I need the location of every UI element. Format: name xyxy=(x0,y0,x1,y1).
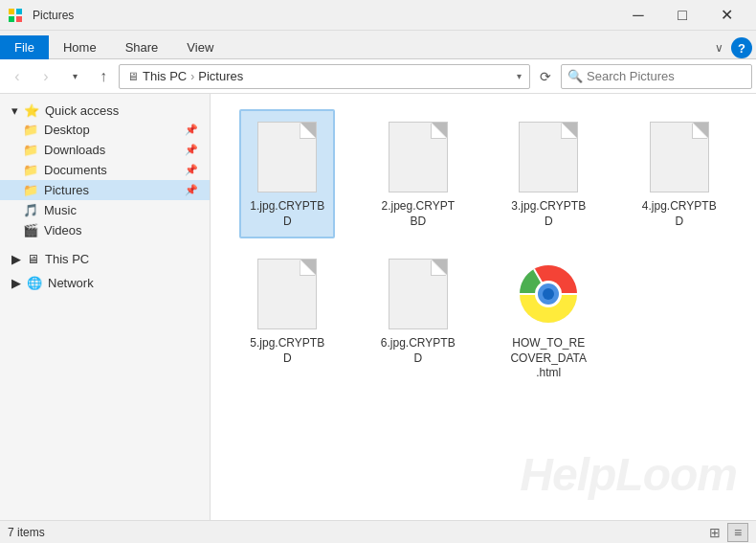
search-box[interactable]: 🔍 xyxy=(561,64,752,89)
details-view-button[interactable]: ≡ xyxy=(727,523,748,542)
window-controls: ─ □ ✕ xyxy=(616,0,748,31)
ribbon-right: ∨ ? xyxy=(711,37,756,58)
file-icon-wrapper xyxy=(514,256,583,332)
pin-icon: 📌 xyxy=(185,164,198,176)
file-item[interactable]: 6.jpg.CRYPTBD xyxy=(370,246,466,391)
doc-icon xyxy=(389,259,448,329)
svg-rect-1 xyxy=(16,9,22,14)
tab-view[interactable]: View xyxy=(172,35,228,59)
file-name: 1.jpg.CRYPTBD xyxy=(249,199,325,229)
svg-rect-2 xyxy=(9,16,14,22)
breadcrumb-thispc[interactable]: This PC xyxy=(143,69,187,83)
pin-icon: 📌 xyxy=(185,184,198,196)
sidebar-section-thispc[interactable]: ▶ 🖥 This PC xyxy=(0,246,210,268)
address-bar[interactable]: 🖥 This PC › Pictures ▾ xyxy=(119,64,530,89)
forward-button[interactable]: › xyxy=(33,63,59,90)
breadcrumb-pictures[interactable]: Pictures xyxy=(198,69,243,83)
doc-icon xyxy=(519,122,578,192)
app-icon xyxy=(8,8,27,23)
file-name: 3.jpg.CRYPTBD xyxy=(510,199,587,229)
file-name: 4.jpg.CRYPTBD xyxy=(641,199,718,229)
expand-icon: ▶ xyxy=(11,276,21,290)
sidebar-item-downloads[interactable]: 📁 Downloads 📌 xyxy=(0,140,210,160)
view-toggle-buttons: ⊞ ≡ xyxy=(704,523,748,542)
expand-icon: ▾ xyxy=(11,103,18,118)
svg-rect-0 xyxy=(9,9,14,14)
pin-icon: 📌 xyxy=(185,124,198,136)
pictures-folder-icon: 📁 xyxy=(23,183,38,197)
thispc-label: This PC xyxy=(45,252,89,266)
file-icon-wrapper xyxy=(253,256,322,332)
sidebar-section-network[interactable]: ▶ 🌐 Network xyxy=(0,270,210,292)
pin-icon: 📌 xyxy=(185,144,198,156)
expand-icon: ▶ xyxy=(11,252,21,266)
file-item[interactable]: 4.jpg.CRYPTBD xyxy=(632,109,727,238)
doc-icon xyxy=(257,259,317,329)
tab-share[interactable]: Share xyxy=(111,35,173,59)
file-icon-wrapper xyxy=(384,256,453,332)
documents-folder-icon: 📁 xyxy=(23,163,38,177)
svg-point-10 xyxy=(543,288,554,300)
large-icons-view-button[interactable]: ⊞ xyxy=(704,523,725,542)
videos-folder-icon: 🎬 xyxy=(23,223,38,238)
refresh-button[interactable]: ⟳ xyxy=(532,63,559,90)
sidebar-item-videos[interactable]: 🎬 Videos xyxy=(0,220,210,240)
sidebar-item-documents[interactable]: 📁 Documents 📌 xyxy=(0,160,210,180)
maximize-button[interactable]: □ xyxy=(660,0,704,31)
address-dropdown-icon[interactable]: ▾ xyxy=(517,71,522,81)
doc-icon xyxy=(389,122,448,192)
desktop-folder-icon: 📁 xyxy=(23,123,38,137)
up-button[interactable]: ↑ xyxy=(90,63,117,90)
file-icon-wrapper xyxy=(645,119,714,195)
ribbon-collapse-icon[interactable]: ∨ xyxy=(711,39,727,57)
content-area: 1.jpg.CRYPTBD 2.jpeg.CRYPTBD 3.jpg.CRYPT… xyxy=(211,94,756,520)
tab-home[interactable]: Home xyxy=(49,35,111,59)
music-folder-icon: 🎵 xyxy=(23,203,38,217)
window-title: Pictures xyxy=(33,9,616,22)
thispc-icon: 🖥 xyxy=(27,252,39,266)
sidebar-item-music[interactable]: 🎵 Music xyxy=(0,200,210,220)
svg-rect-3 xyxy=(16,16,22,22)
sidebar: ▾ ⭐ Quick access 📁 Desktop 📌 📁 Downloads… xyxy=(0,94,211,520)
file-name: HOW_TO_RECOVER_DATA.html xyxy=(510,336,587,381)
file-icon-wrapper xyxy=(384,119,453,195)
sidebar-item-pictures[interactable]: 📁 Pictures 📌 xyxy=(0,180,210,200)
address-bar-row: ‹ › ▾ ↑ 🖥 This PC › Pictures ▾ ⟳ 🔍 xyxy=(0,59,756,94)
downloads-folder-icon: 📁 xyxy=(23,143,38,157)
back-button[interactable]: ‹ xyxy=(4,63,31,90)
file-icon-wrapper xyxy=(253,119,322,195)
network-label: Network xyxy=(48,276,94,290)
file-item[interactable]: HOW_TO_RECOVER_DATA.html xyxy=(500,246,596,391)
title-bar: Pictures ─ □ ✕ xyxy=(0,0,756,31)
sidebar-section-quickaccess[interactable]: ▾ ⭐ Quick access xyxy=(0,98,210,120)
close-button[interactable]: ✕ xyxy=(704,0,748,31)
file-item[interactable]: 2.jpeg.CRYPTBD xyxy=(370,109,466,238)
file-item[interactable]: 1.jpg.CRYPTBD xyxy=(239,109,335,238)
watermark: HelpLoom xyxy=(520,448,737,501)
chrome-icon xyxy=(518,263,579,325)
sidebar-item-desktop[interactable]: 📁 Desktop 📌 xyxy=(0,120,210,140)
help-button[interactable]: ? xyxy=(731,37,752,58)
quickaccess-label: Quick access xyxy=(45,103,119,118)
search-input[interactable] xyxy=(587,69,747,83)
ribbon-tab-bar: File Home Share View ∨ ? xyxy=(0,31,756,59)
main-layout: ▾ ⭐ Quick access 📁 Desktop 📌 📁 Downloads… xyxy=(0,94,756,520)
search-icon: 🔍 xyxy=(567,69,583,83)
doc-icon xyxy=(257,122,317,192)
file-item[interactable]: 5.jpg.CRYPTBD xyxy=(239,246,335,391)
minimize-button[interactable]: ─ xyxy=(616,0,660,31)
file-item[interactable]: 3.jpg.CRYPTBD xyxy=(500,109,596,238)
file-name: 2.jpeg.CRYPTBD xyxy=(380,199,456,229)
file-icon-wrapper xyxy=(514,119,583,195)
file-name: 6.jpg.CRYPTBD xyxy=(380,336,456,366)
doc-icon xyxy=(650,122,709,192)
item-count: 7 items xyxy=(8,526,45,539)
file-name: 5.jpg.CRYPTBD xyxy=(249,336,325,366)
tab-file[interactable]: File xyxy=(0,35,49,59)
status-bar: 7 items ⊞ ≡ xyxy=(0,520,756,543)
network-icon: 🌐 xyxy=(27,276,42,290)
dropdown-button[interactable]: ▾ xyxy=(61,63,88,90)
